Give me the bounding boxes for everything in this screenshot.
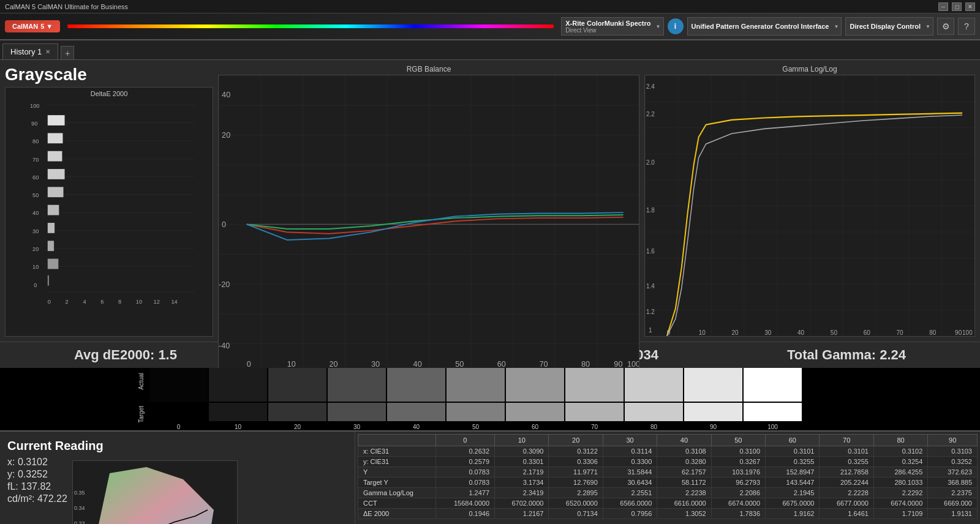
cell-r6-c6: 1.9162 bbox=[766, 509, 820, 519]
settings-button[interactable]: ⚙ bbox=[937, 18, 954, 35]
cell-r3-c4: 58.1172 bbox=[657, 477, 711, 488]
data-table-area[interactable]: 0 10 20 30 40 50 60 70 80 90 x: CIE310.2… bbox=[355, 432, 980, 524]
cell-r2-c8: 286.4255 bbox=[873, 467, 927, 477]
svg-text:1.8: 1.8 bbox=[646, 206, 655, 214]
cell-r1-c1: 0.3301 bbox=[495, 457, 549, 467]
cell-r2-c3: 31.5844 bbox=[603, 467, 657, 477]
cell-r1-c6: 0.3255 bbox=[766, 457, 820, 467]
svg-text:70: 70 bbox=[32, 156, 39, 162]
right-chart-area: Gamma Log/Log 2.4 2.2 2.0 1.8 1.6 1.4 1.… bbox=[644, 65, 975, 337]
swatch-col-40: 40 bbox=[387, 368, 445, 430]
swatch-actual-40 bbox=[387, 368, 445, 402]
svg-text:0.33: 0.33 bbox=[74, 520, 85, 524]
col-header-10: 10 bbox=[495, 435, 549, 446]
spectro-dropdown[interactable]: X-Rite ColorMunki Spectro Direct View ▼ bbox=[561, 17, 663, 36]
total-gamma-label: Total Gamma: bbox=[787, 347, 876, 362]
tab-add-button[interactable]: + bbox=[61, 46, 74, 59]
title-bar-controls: ─ ◻ ✕ bbox=[938, 2, 975, 11]
svg-marker-78 bbox=[91, 467, 214, 524]
svg-text:1: 1 bbox=[649, 326, 652, 334]
cell-r2-c9: 372.623 bbox=[928, 467, 978, 477]
svg-text:0: 0 bbox=[34, 282, 37, 288]
svg-text:0.35: 0.35 bbox=[74, 490, 85, 496]
deltae-chart-title: DeltaE 2000 bbox=[91, 90, 128, 97]
svg-text:-40: -40 bbox=[219, 341, 230, 350]
total-gamma-stat: Total Gamma: 2.24 bbox=[787, 347, 906, 363]
svg-text:40: 40 bbox=[797, 328, 804, 336]
swatch-target-80 bbox=[625, 403, 683, 421]
cell-r3-c9: 368.885 bbox=[928, 477, 978, 488]
cell-r3-c3: 30.6434 bbox=[603, 477, 657, 488]
col-header-60: 60 bbox=[766, 435, 820, 446]
cell-r4-c4: 2.2238 bbox=[657, 488, 711, 498]
col-header-label bbox=[358, 435, 436, 446]
col-header-70: 70 bbox=[820, 435, 873, 446]
row-label-1: y: CIE31 bbox=[358, 457, 436, 467]
cell-r6-c0: 0.1946 bbox=[435, 509, 494, 519]
current-reading-title: Current Reading bbox=[7, 439, 347, 453]
svg-text:2.0: 2.0 bbox=[646, 158, 655, 166]
svg-text:20: 20 bbox=[32, 246, 39, 252]
table-row: CCT15684.00006702.00006520.00006566.0000… bbox=[358, 498, 978, 509]
svg-rect-37 bbox=[48, 151, 62, 162]
cell-r6-c3: 0.7956 bbox=[603, 509, 657, 519]
tab-history-1[interactable]: History 1 ✕ bbox=[2, 43, 58, 59]
table-row: Target Y0.07833.173412.769030.643458.117… bbox=[358, 477, 978, 488]
display-ctrl-dropdown[interactable]: Direct Display Control ▼ bbox=[845, 17, 933, 36]
cell-r3-c8: 280.1033 bbox=[873, 477, 927, 488]
avg-de2000-stat: Avg dE2000: 1.5 bbox=[74, 347, 177, 363]
pattern-gen-dropdown[interactable]: Unified Pattern Generator Control Interf… bbox=[687, 17, 842, 36]
col-header-50: 50 bbox=[711, 435, 765, 446]
cell-r0-c5: 0.3100 bbox=[711, 446, 765, 457]
gamma-chart: 2.4 2.2 2.0 1.8 1.6 1.4 1.2 1 0 10 20 30… bbox=[644, 75, 975, 337]
spectro-arrow-icon: ▼ bbox=[656, 24, 661, 29]
title-bar-text: CalMAN 5 CalMAN Ultimate for Business bbox=[5, 3, 128, 10]
swatch-target-20 bbox=[268, 403, 326, 421]
help-button[interactable]: ? bbox=[958, 18, 975, 35]
restore-button[interactable]: ◻ bbox=[952, 2, 962, 11]
svg-text:10: 10 bbox=[136, 299, 142, 305]
cell-r6-c4: 1.3052 bbox=[657, 509, 711, 519]
cell-r1-c5: 0.3267 bbox=[711, 457, 765, 467]
cell-r2-c5: 103.1976 bbox=[711, 467, 765, 477]
cell-r4-c2: 2.2895 bbox=[549, 488, 603, 498]
svg-text:0.34: 0.34 bbox=[74, 505, 85, 511]
cell-r5-c8: 6674.0000 bbox=[873, 498, 927, 509]
cell-r1-c8: 0.3254 bbox=[873, 457, 927, 467]
grayscale-title: Grayscale bbox=[5, 65, 213, 84]
rgb-balance-title: RGB Balance bbox=[218, 65, 639, 73]
reading-y: y: 0.3252 bbox=[7, 469, 67, 480]
center-chart-area: RGB Balance 40 20 0 -20 -40 bbox=[218, 65, 639, 337]
info-button[interactable]: i bbox=[668, 18, 684, 34]
svg-text:6: 6 bbox=[100, 299, 104, 305]
cell-r3-c5: 96.2793 bbox=[711, 477, 765, 488]
current-reading-panel: Current Reading x: 0.3102 y: 0.3252 fL: … bbox=[0, 432, 355, 524]
svg-text:2: 2 bbox=[66, 299, 69, 305]
swatch-col-70: 70 bbox=[565, 368, 624, 430]
svg-text:80: 80 bbox=[32, 138, 39, 144]
logo-version: 5 ▼ bbox=[40, 23, 53, 30]
cell-r0-c3: 0.3114 bbox=[603, 446, 657, 457]
svg-rect-36 bbox=[48, 169, 65, 179]
cell-r0-c6: 0.3101 bbox=[766, 446, 820, 457]
reading-fl: fL: 137.82 bbox=[7, 481, 67, 492]
table-row: Gamma Log/Log1.24772.34192.28952.25512.2… bbox=[358, 488, 978, 498]
row-label-0: x: CIE31 bbox=[358, 446, 436, 457]
swatch-col-30: 30 bbox=[328, 368, 386, 430]
tab-close-icon[interactable]: ✕ bbox=[45, 48, 50, 55]
logo-text: CalMAN bbox=[12, 23, 38, 30]
svg-text:60: 60 bbox=[32, 174, 39, 181]
cell-r5-c2: 6520.0000 bbox=[549, 498, 603, 509]
calman-logo[interactable]: CalMAN 5 ▼ bbox=[5, 20, 60, 32]
cell-r5-c0: 15684.0000 bbox=[435, 498, 494, 509]
swatch-target-10 bbox=[209, 403, 267, 421]
swatch-target-30 bbox=[328, 403, 386, 421]
display-ctrl-line1: Direct Display Control bbox=[850, 23, 921, 30]
cie-chart: 0.29 0.3 0.31 0.32 0.33 0.31 0.32 0.33 0… bbox=[72, 460, 238, 524]
row-label-4: Gamma Log/Log bbox=[358, 488, 436, 498]
reading-x: x: 0.3102 bbox=[7, 457, 67, 468]
total-gamma-value: 2.24 bbox=[880, 347, 906, 362]
minimize-button[interactable]: ─ bbox=[938, 2, 948, 11]
close-button[interactable]: ✕ bbox=[965, 2, 975, 11]
cell-r6-c5: 1.7836 bbox=[711, 509, 765, 519]
